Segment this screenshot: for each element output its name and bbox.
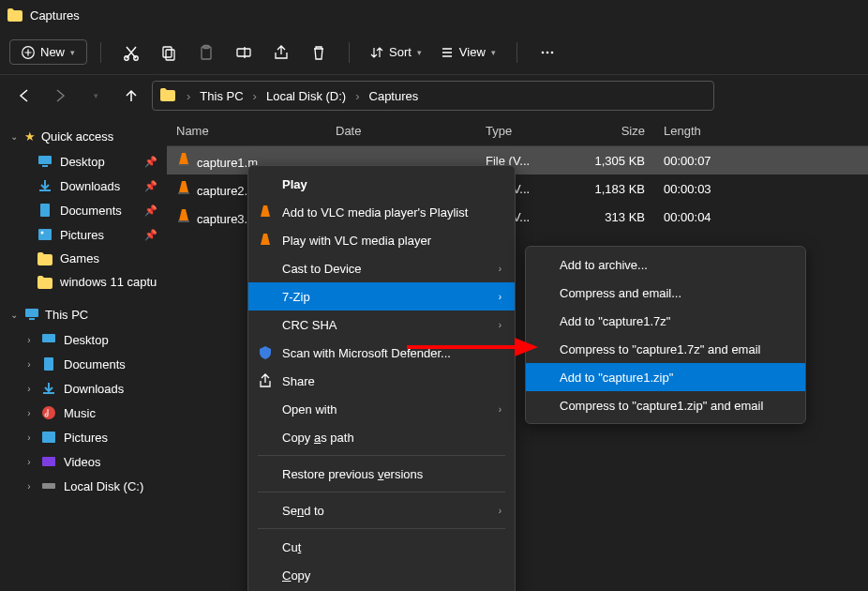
new-button[interactable]: New ▾	[9, 39, 87, 65]
ctx-add-vlc[interactable]: Add to VLC media player's Playlist	[248, 198, 515, 226]
sidebar-item-documents[interactable]: ›Documents	[0, 352, 167, 376]
ctx-play-vlc[interactable]: Play with VLC media player	[248, 226, 515, 254]
rename-icon[interactable]	[227, 36, 261, 69]
chevron-right-icon: ›	[24, 384, 34, 394]
sidebar-item-label: Downloads	[60, 179, 120, 193]
ctx-copy[interactable]: Copy	[248, 561, 515, 589]
chevron-right-icon: ›	[24, 335, 34, 345]
ctx-defender[interactable]: Scan with Microsoft Defender...	[248, 339, 515, 367]
folder-icon	[7, 8, 22, 22]
chevron-right-icon[interactable]: ›	[183, 89, 194, 103]
sidebar-item-pictures[interactable]: ›Pictures	[0, 425, 167, 449]
chevron-down-icon: ▾	[70, 48, 75, 57]
sidebar-item-downloads[interactable]: Downloads📌	[0, 174, 167, 198]
chevron-right-icon[interactable]: ›	[352, 89, 363, 103]
sidebar-item-desktop[interactable]: ›Desktop	[0, 327, 167, 352]
column-header-row: Name Date Type Size Length	[167, 116, 868, 146]
sub-compress-email[interactable]: Compress and email...	[526, 279, 805, 307]
sub-compress-7z-email[interactable]: Compress to "capture1.7z" and email	[526, 335, 805, 363]
sidebar-item-downloads[interactable]: ›Downloads	[0, 376, 167, 401]
ctx-cast[interactable]: Cast to Device›	[248, 254, 515, 282]
column-header-length[interactable]: Length	[654, 124, 729, 138]
breadcrumb-segment[interactable]: This PC	[196, 87, 247, 105]
chevron-right-icon: ›	[24, 457, 34, 467]
recent-button: ▾	[81, 81, 111, 111]
vlc-icon	[176, 152, 191, 167]
sub-add-7z[interactable]: Add to "capture1.7z"	[526, 307, 805, 335]
up-button[interactable]	[116, 81, 146, 111]
file-size: 313 KB	[579, 210, 654, 224]
sidebar-item-documents[interactable]: Documents📌	[0, 198, 167, 222]
sidebar-item-music[interactable]: ›Music	[0, 401, 167, 425]
ctx-crc[interactable]: CRC SHA›	[248, 311, 515, 339]
submenu-7zip: Add to archive... Compress and email... …	[525, 246, 806, 424]
sidebar-item-pictures[interactable]: Pictures📌	[0, 222, 167, 247]
sub-add-zip[interactable]: Add to "capture1.zip"	[526, 363, 805, 391]
downloads-icon	[41, 381, 56, 396]
share-icon	[258, 373, 273, 388]
ctx-cut[interactable]: Cut	[248, 533, 515, 561]
svg-rect-23	[42, 432, 55, 443]
paste-icon	[189, 36, 223, 69]
ctx-restore[interactable]: Restore previous versions	[248, 460, 515, 488]
svg-rect-12	[42, 165, 48, 167]
ctx-7zip[interactable]: 7-Zip›	[248, 282, 515, 311]
chevron-right-icon: ›	[24, 481, 34, 492]
sidebar-item-label: Local Disk (C:)	[64, 479, 143, 493]
svg-rect-14	[40, 204, 50, 217]
svg-rect-13	[39, 189, 51, 191]
sidebar: ⌄ ★ Quick access Desktop📌 Downloads📌 Doc…	[0, 116, 167, 591]
pictures-icon	[41, 430, 56, 445]
nav-row: ▾ › This PC › Local Disk (D:) › Captures	[0, 75, 868, 116]
breadcrumb[interactable]: › This PC › Local Disk (D:) › Captures	[152, 81, 714, 111]
sidebar-this-pc[interactable]: ⌄ This PC	[0, 301, 167, 327]
breadcrumb-segment[interactable]: Local Disk (D:)	[262, 87, 350, 105]
svg-rect-24	[42, 457, 55, 466]
chevron-down-icon: ▾	[491, 48, 496, 57]
column-header-size[interactable]: Size	[579, 124, 654, 138]
ctx-play[interactable]: Play	[248, 170, 515, 198]
forward-button	[45, 81, 75, 111]
sidebar-item-videos[interactable]: ›Videos	[0, 449, 167, 474]
disk-icon	[41, 478, 56, 493]
back-button[interactable]	[9, 81, 39, 111]
documents-icon	[41, 356, 56, 371]
pc-icon	[24, 307, 39, 322]
videos-icon	[41, 454, 56, 469]
delete-icon[interactable]	[302, 36, 336, 69]
copy-icon[interactable]	[152, 36, 186, 69]
separator	[258, 455, 505, 456]
ctx-copy-path[interactable]: Copy as path	[248, 423, 515, 451]
sidebar-item-games[interactable]: Games	[0, 247, 167, 270]
chevron-right-icon: ›	[24, 408, 34, 418]
sidebar-item-localdisk-c[interactable]: ›Local Disk (C:)	[0, 474, 167, 498]
view-button[interactable]: View ▾	[433, 41, 503, 63]
sidebar-item-desktop[interactable]: Desktop📌	[0, 149, 167, 174]
svg-rect-19	[42, 334, 55, 342]
more-icon[interactable]	[531, 36, 564, 69]
downloads-icon	[37, 178, 52, 193]
column-header-date[interactable]: Date	[326, 124, 476, 138]
desktop-icon	[37, 154, 52, 169]
svg-point-8	[542, 51, 545, 53]
svg-rect-28	[178, 220, 189, 222]
sort-button[interactable]: Sort ▾	[363, 41, 429, 63]
column-header-type[interactable]: Type	[476, 124, 579, 138]
breadcrumb-segment[interactable]: Captures	[366, 87, 423, 105]
share-icon[interactable]	[264, 36, 298, 69]
ctx-open-with[interactable]: Open with›	[248, 395, 515, 423]
sub-compress-zip-email[interactable]: Compress to "capture1.zip" and email	[526, 391, 805, 419]
svg-rect-20	[44, 357, 53, 371]
ctx-share[interactable]: Share	[248, 367, 515, 395]
svg-rect-4	[166, 50, 174, 60]
chevron-right-icon[interactable]: ›	[249, 89, 261, 103]
column-header-name[interactable]: Name	[167, 124, 326, 138]
sub-add-archive[interactable]: Add to archive...	[526, 250, 805, 279]
sidebar-item-win11[interactable]: windows 11 captu	[0, 270, 167, 294]
cut-icon[interactable]	[114, 36, 148, 69]
folder-icon	[37, 276, 52, 289]
chevron-right-icon: ›	[499, 404, 501, 415]
ctx-send-to[interactable]: Send to›	[248, 496, 515, 524]
sidebar-quick-access[interactable]: ⌄ ★ Quick access	[0, 124, 167, 149]
sidebar-item-label: Pictures	[60, 228, 104, 242]
